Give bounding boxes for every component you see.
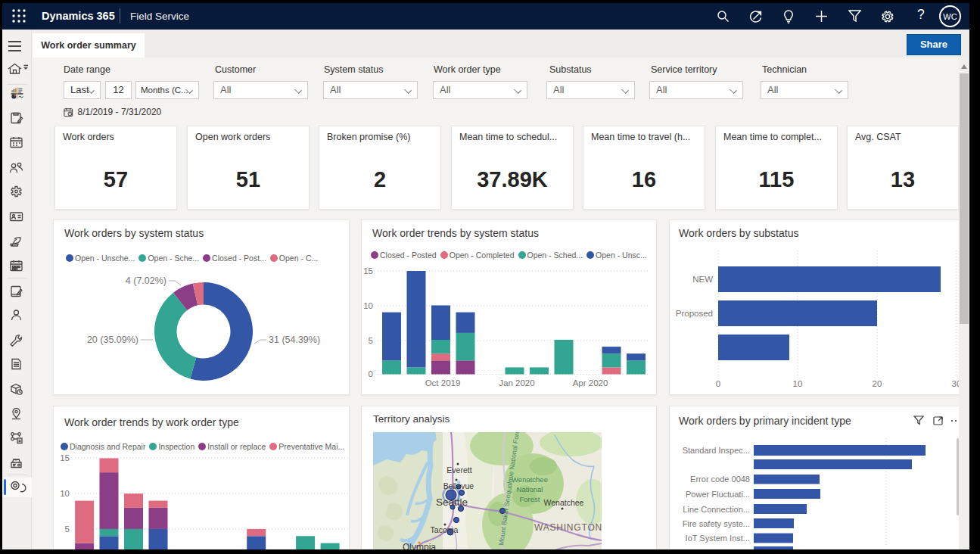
svg-text:20 (35.09%): 20 (35.09%) xyxy=(87,335,138,345)
svg-text:5: 5 xyxy=(369,336,373,345)
svg-text:Jan 2020: Jan 2020 xyxy=(499,378,534,387)
svg-text:NEW: NEW xyxy=(692,275,713,284)
svg-text:31 (54.39%): 31 (54.39%) xyxy=(269,335,320,345)
svg-text:Proposed: Proposed xyxy=(676,309,713,318)
svg-text:Forest: Forest xyxy=(520,495,540,503)
svg-text:4 (7.02%): 4 (7.02%) xyxy=(126,275,166,286)
svg-text:WASHINGTON: WASHINGTON xyxy=(534,522,602,533)
svg-text:Oct 2019: Oct 2019 xyxy=(425,378,461,387)
svg-text:Seattle: Seattle xyxy=(436,496,468,508)
svg-text:Fire safety syste...: Fire safety syste... xyxy=(683,519,750,528)
svg-text:Wenatchee: Wenatchee xyxy=(512,475,548,484)
svg-text:Wenatchee: Wenatchee xyxy=(544,498,584,507)
svg-text:10: 10 xyxy=(363,301,373,310)
svg-text:15: 15 xyxy=(60,453,70,462)
svg-text:0: 0 xyxy=(369,369,373,378)
svg-text:Bellevue: Bellevue xyxy=(443,481,474,490)
svg-text:5: 5 xyxy=(65,524,70,534)
svg-text:IoT System Inst...: IoT System Inst... xyxy=(686,534,750,543)
svg-text:Olympia: Olympia xyxy=(403,542,436,549)
svg-text:Everett: Everett xyxy=(446,465,471,475)
svg-text:Tacoma: Tacoma xyxy=(431,525,459,534)
svg-text:Standard Inspec...: Standard Inspec... xyxy=(683,446,750,455)
svg-text:0: 0 xyxy=(716,379,720,388)
svg-text:10: 10 xyxy=(793,379,803,388)
svg-text:Apr 2020: Apr 2020 xyxy=(573,378,608,387)
svg-text:Error code 0048: Error code 0048 xyxy=(690,475,750,484)
svg-text:Line Connection...: Line Connection... xyxy=(683,505,750,514)
svg-text:15: 15 xyxy=(363,266,373,275)
svg-text:20: 20 xyxy=(873,379,882,388)
svg-text:Power Fluctuati...: Power Fluctuati... xyxy=(686,490,750,499)
svg-text:National: National xyxy=(517,485,543,493)
svg-text:10: 10 xyxy=(60,489,70,498)
